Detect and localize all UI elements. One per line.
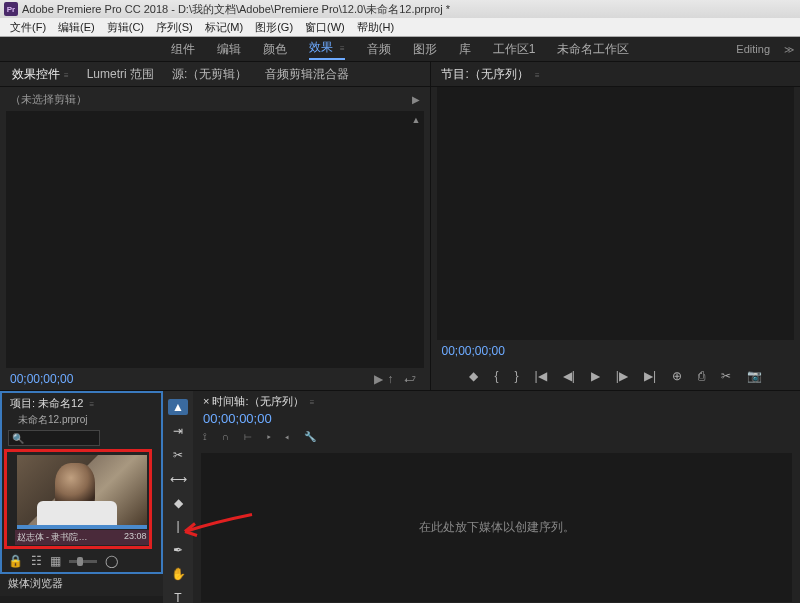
hand-tool[interactable]: ✋ xyxy=(168,566,188,582)
extract-icon[interactable]: ⎙ xyxy=(698,369,705,383)
menu-clip[interactable]: 剪辑(C) xyxy=(101,20,150,35)
effects-collapse-icon[interactable]: ▲ xyxy=(412,115,421,125)
grid-view-icon[interactable]: ▦ xyxy=(50,554,61,568)
program-tabs: 节目:（无序列） ≡ xyxy=(431,62,800,87)
ws-assembly[interactable]: 组件 xyxy=(171,41,195,58)
ws-graphics[interactable]: 图形 xyxy=(413,41,437,58)
effects-tabs: 效果控件≡ Lumetri 范围 源:（无剪辑） 音频剪辑混合器 xyxy=(0,62,430,87)
timeline-placeholder: 在此处放下媒体以创建序列。 xyxy=(419,519,575,536)
timeline-toolbar[interactable]: ⟟ ∩ ⊢ ▸ ◂ 🔧 xyxy=(193,431,800,449)
program-monitor[interactable] xyxy=(437,87,794,340)
tools-panel: ▲ ⇥ ✂ ⟷ ◆ | ✒ ✋ T xyxy=(163,391,193,603)
project-search-row: 🔍 xyxy=(2,429,161,447)
title-text: Adobe Premiere Pro CC 2018 - D:\我的文档\Ado… xyxy=(22,2,450,17)
selection-tool[interactable]: ▲ xyxy=(168,399,188,415)
effects-timecode-row: 00;00;00;00 ▶↑ ⮐ xyxy=(0,368,430,390)
go-start-icon[interactable]: |◀ xyxy=(535,369,547,383)
lift-icon[interactable]: ⊕ xyxy=(672,369,682,383)
step-back-icon[interactable]: ◀| xyxy=(563,369,575,383)
search-icon: 🔍 xyxy=(9,433,27,444)
ws-editing[interactable]: 编辑 xyxy=(217,41,241,58)
effects-expand-icon[interactable]: ▶ xyxy=(412,94,420,105)
menu-graphics[interactable]: 图形(G) xyxy=(249,20,299,35)
ws-editing-label[interactable]: Editing xyxy=(736,43,770,55)
menu-window[interactable]: 窗口(W) xyxy=(299,20,351,35)
lock-icon[interactable]: 🔒 xyxy=(8,554,23,568)
ws-color[interactable]: 颜色 xyxy=(263,41,287,58)
razor-tool[interactable]: ⟷ xyxy=(168,471,188,487)
annotation-arrow xyxy=(177,511,257,544)
export-frame-icon[interactable]: ✂ xyxy=(721,369,731,383)
timeline-timecode[interactable]: 00;00;00;00 xyxy=(193,411,800,431)
lower-area: 项目: 未命名12 ≡ 未命名12.prproj 🔍 赵志体 - 隶书院… 23… xyxy=(0,390,800,603)
project-bin[interactable]: 赵志体 - 隶书院… 23:08 xyxy=(2,447,161,550)
ws-unnamed[interactable]: 未命名工作区 xyxy=(557,41,629,58)
effects-timecode[interactable]: 00;00;00;00 xyxy=(10,372,73,386)
menu-file[interactable]: 文件(F) xyxy=(4,20,52,35)
ws-workspace1[interactable]: 工作区1 xyxy=(493,41,536,58)
project-footer: 🔒 ☷ ▦ ◯ xyxy=(2,550,161,572)
tab-project[interactable]: 项目: 未命名12 ≡ xyxy=(10,396,94,411)
program-timecode-row: 00;00;00;00 xyxy=(431,340,800,362)
ripple-edit-tool[interactable]: ✂ xyxy=(168,447,188,463)
ws-effects[interactable]: 效果 ≡ xyxy=(309,39,345,60)
program-panel: 节目:（无序列） ≡ 00;00;00;00 ◆ { } |◀ ◀| ▶ |▶ … xyxy=(430,62,800,390)
project-filename: 未命名12.prproj xyxy=(2,413,161,429)
effects-header: （未选择剪辑） ▶ xyxy=(0,87,430,111)
play-icon[interactable]: ▶ xyxy=(591,369,600,383)
clip-thumbnail[interactable] xyxy=(17,455,147,525)
marker-icon[interactable]: ◆ xyxy=(469,369,478,383)
slip-tool[interactable]: ◆ xyxy=(168,495,188,511)
main-area: 效果控件≡ Lumetri 范围 源:（无剪辑） 音频剪辑混合器 （未选择剪辑）… xyxy=(0,62,800,390)
tab-program[interactable]: 节目:（无序列） ≡ xyxy=(441,66,539,83)
freeform-icon[interactable]: ◯ xyxy=(105,554,118,568)
title-bar: Pr Adobe Premiere Pro CC 2018 - D:\我的文档\… xyxy=(0,0,800,18)
timeline-panel: × 时间轴:（无序列） ≡ 00;00;00;00 ⟟ ∩ ⊢ ▸ ◂ 🔧 在此… xyxy=(193,391,800,603)
tab-effect-controls[interactable]: 效果控件≡ xyxy=(12,66,69,83)
tab-source[interactable]: 源:（无剪辑） xyxy=(172,66,247,83)
tab-lumetri[interactable]: Lumetri 范围 xyxy=(87,66,154,83)
project-panel: 项目: 未命名12 ≡ 未命名12.prproj 🔍 赵志体 - 隶书院… 23… xyxy=(0,391,163,574)
out-point-icon[interactable]: } xyxy=(514,369,518,383)
in-point-icon[interactable]: { xyxy=(494,369,498,383)
app-icon: Pr xyxy=(4,2,18,16)
timeline-tabs: × 时间轴:（无序列） ≡ xyxy=(193,391,800,411)
ws-library[interactable]: 库 xyxy=(459,41,471,58)
effects-panel: 效果控件≡ Lumetri 范围 源:（无剪辑） 音频剪辑混合器 （未选择剪辑）… xyxy=(0,62,430,390)
step-fwd-icon[interactable]: |▶ xyxy=(616,369,628,383)
menu-marker[interactable]: 标记(M) xyxy=(199,20,250,35)
no-clip-label: （未选择剪辑） xyxy=(10,92,87,107)
search-input[interactable]: 🔍 xyxy=(8,430,100,446)
menu-help[interactable]: 帮助(H) xyxy=(351,20,400,35)
rectangle-tool[interactable]: ✒ xyxy=(168,542,188,558)
ws-overflow-icon[interactable]: ≫ xyxy=(784,44,794,55)
tab-timeline[interactable]: × 时间轴:（无序列） ≡ xyxy=(203,394,314,409)
go-end-icon[interactable]: ▶| xyxy=(644,369,656,383)
camera-icon[interactable]: 📷 xyxy=(747,369,762,383)
tab-audio-mixer[interactable]: 音频剪辑混合器 xyxy=(265,66,349,83)
workspace-bar: 组件 编辑 颜色 效果 ≡ 音频 图形 库 工作区1 未命名工作区 Editin… xyxy=(0,37,800,62)
menu-edit[interactable]: 编辑(E) xyxy=(52,20,101,35)
media-browser-tab[interactable]: 媒体浏览器 xyxy=(0,574,163,596)
transport-bar: ◆ { } |◀ ◀| ▶ |▶ ▶| ⊕ ⎙ ✂ 📷 xyxy=(431,362,800,390)
track-select-tool[interactable]: ⇥ xyxy=(168,423,188,439)
ws-audio[interactable]: 音频 xyxy=(367,41,391,58)
effects-body: ▲ xyxy=(6,111,424,368)
project-tabs: 项目: 未命名12 ≡ xyxy=(2,393,161,413)
menu-bar: 文件(F) 编辑(E) 剪辑(C) 序列(S) 标记(M) 图形(G) 窗口(W… xyxy=(0,18,800,37)
timeline-body[interactable]: 在此处放下媒体以创建序列。 xyxy=(201,453,792,602)
effects-tc-icons[interactable]: ▶↑ ⮐ xyxy=(374,372,420,386)
type-tool[interactable]: T xyxy=(168,590,188,603)
list-view-icon[interactable]: ☷ xyxy=(31,554,42,568)
menu-sequence[interactable]: 序列(S) xyxy=(150,20,199,35)
program-timecode[interactable]: 00;00;00;00 xyxy=(441,344,504,358)
zoom-slider[interactable] xyxy=(69,560,97,563)
